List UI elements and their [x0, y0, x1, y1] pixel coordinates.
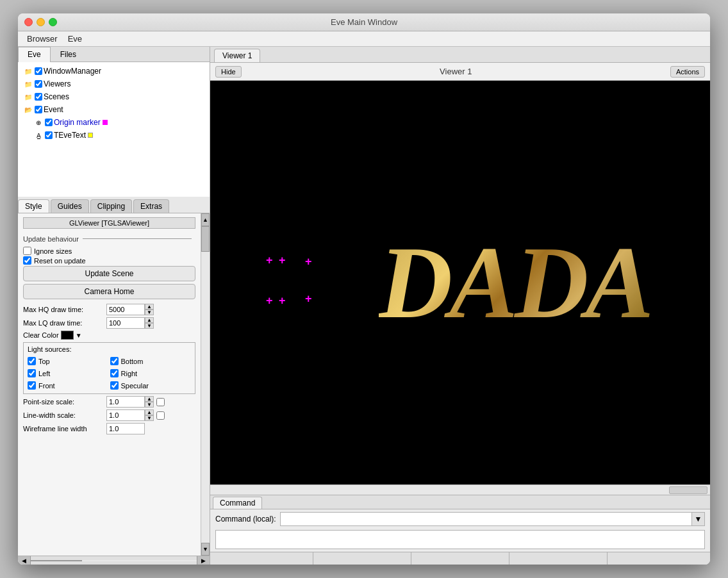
max-hq-down[interactable]: ▼ — [145, 310, 154, 315]
specular-light-label: Specular — [121, 382, 149, 390]
teve-checkbox[interactable] — [45, 131, 53, 139]
tab-files[interactable]: Files — [51, 47, 86, 62]
command-area: Command Command (local): ▼ — [210, 495, 710, 552]
left-hscroll[interactable]: ◀ ▶ — [18, 556, 210, 565]
ignore-sizes-checkbox[interactable] — [23, 247, 31, 255]
viewer-tabs: Viewer 1 — [210, 47, 710, 63]
max-hq-label: Max HQ draw time: — [23, 306, 106, 313]
update-behaviour-label: Update behaviour — [23, 235, 79, 243]
ignore-sizes-row: Ignore sizes — [23, 247, 195, 255]
viewer-tab-1[interactable]: Viewer 1 — [214, 49, 260, 62]
viewer-title: Viewer 1 — [242, 67, 670, 76]
max-hq-up[interactable]: ▲ — [145, 304, 154, 310]
right-light-row: Right — [110, 369, 192, 377]
tree-item-windowmanager[interactable]: 📁 WindowManager — [18, 65, 210, 78]
scroll-up-btn[interactable]: ▲ — [201, 213, 210, 226]
max-lq-up[interactable]: ▲ — [145, 317, 154, 323]
origin-label: Origin marker — [54, 118, 101, 127]
event-checkbox[interactable] — [35, 106, 42, 113]
clear-color-dropdown[interactable]: ▼ — [76, 332, 82, 339]
command-local-label: Command (local): — [215, 515, 276, 524]
line-width-spinner: ▲ ▼ — [145, 409, 154, 421]
left-light-checkbox[interactable] — [28, 369, 36, 377]
bottom-light-row: Bottom — [110, 357, 192, 365]
command-tab[interactable]: Command — [213, 497, 262, 509]
update-scene-button[interactable]: Update Scene — [23, 266, 195, 281]
hscroll-right[interactable]: ▶ — [197, 556, 210, 565]
tab-eve[interactable]: Eve — [18, 47, 51, 62]
menu-browser[interactable]: Browser — [22, 33, 63, 45]
hscroll-left[interactable]: ◀ — [18, 556, 31, 565]
close-button[interactable] — [24, 18, 33, 26]
statusbar — [210, 552, 710, 565]
line-width-row: Line-width scale: ▲ ▼ — [23, 409, 195, 421]
reset-on-update-checkbox[interactable] — [23, 256, 31, 265]
scroll-down-btn[interactable]: ▼ — [201, 543, 210, 556]
menu-eve[interactable]: Eve — [63, 33, 87, 45]
tree-item-teve-text[interactable]: A̲ TEveText — [18, 129, 210, 142]
style-tab-extras[interactable]: Extras — [133, 199, 169, 213]
teve-color-dot — [88, 133, 93, 138]
max-hq-input[interactable] — [106, 304, 145, 315]
clear-color-swatch[interactable] — [61, 331, 74, 340]
max-hq-spinner: ▲ ▼ — [145, 304, 154, 315]
style-content: GLViewer [TGLSAViewer] Update behaviour … — [18, 213, 201, 556]
max-lq-down[interactable]: ▼ — [145, 323, 154, 329]
wm-label: WindowManager — [44, 67, 101, 76]
style-scrollbar[interactable]: ▲ ▼ — [201, 213, 210, 556]
viewer-header: Hide Viewer 1 Actions — [210, 63, 710, 81]
ps-down[interactable]: ▼ — [145, 402, 154, 408]
actions-button[interactable]: Actions — [670, 66, 705, 78]
front-light-checkbox[interactable] — [28, 381, 36, 390]
wireframe-input[interactable] — [106, 423, 145, 434]
line-width-check[interactable] — [156, 411, 165, 420]
crosshair-3: + — [305, 255, 312, 268]
hscroll-thumb[interactable] — [31, 560, 82, 561]
style-tab-style[interactable]: Style — [18, 199, 49, 213]
top-light-checkbox[interactable] — [28, 357, 36, 365]
command-dropdown-btn[interactable]: ▼ — [692, 512, 705, 526]
camera-home-button[interactable]: Camera Home — [23, 284, 195, 299]
right-light-label: Right — [121, 370, 138, 377]
max-lq-row: Max LQ draw time: ▲ ▼ — [23, 317, 195, 329]
viewers-checkbox[interactable] — [35, 80, 42, 88]
clear-color-label: Clear Color — [23, 331, 59, 339]
window-title: Eve Main Window — [331, 17, 397, 27]
gl-viewport[interactable]: DADA + + + + + + — [210, 81, 710, 484]
crosshair-1: + — [266, 254, 273, 267]
ps-up[interactable]: ▲ — [145, 396, 154, 402]
right-light-checkbox[interactable] — [110, 369, 119, 377]
status-seg-5 — [608, 552, 705, 565]
scroll-thumb[interactable] — [201, 226, 210, 252]
command-input[interactable] — [280, 512, 692, 526]
viewer-hscroll-thumb[interactable] — [669, 486, 707, 494]
minimize-button[interactable] — [37, 18, 45, 26]
scenes-checkbox[interactable] — [35, 93, 42, 101]
origin-checkbox[interactable] — [45, 119, 53, 126]
line-width-input[interactable] — [106, 409, 145, 421]
wm-checkbox[interactable] — [35, 67, 42, 75]
point-size-check[interactable] — [156, 398, 165, 406]
tree-item-origin-marker[interactable]: ⊕ Origin marker — [18, 116, 210, 129]
tree-item-scenes[interactable]: 📁 Scenes — [18, 90, 210, 103]
max-hq-row: Max HQ draw time: ▲ ▼ — [23, 304, 195, 315]
maximize-button[interactable] — [49, 18, 57, 26]
max-lq-label: Max LQ draw time: — [23, 319, 106, 327]
style-tab-guides[interactable]: Guides — [51, 199, 89, 213]
max-lq-input[interactable] — [106, 317, 145, 329]
point-size-input[interactable] — [106, 396, 145, 408]
lw-up[interactable]: ▲ — [145, 409, 154, 415]
viewers-label: Viewers — [44, 79, 70, 88]
max-lq-spinner: ▲ ▼ — [145, 317, 154, 329]
left-light-row: Left — [28, 369, 109, 377]
bottom-light-checkbox[interactable] — [110, 357, 119, 365]
tree-item-viewers[interactable]: 📁 Viewers — [18, 78, 210, 90]
specular-light-checkbox[interactable] — [110, 381, 119, 390]
tree-area: 📁 WindowManager 📁 Viewers 📁 Scen — [18, 62, 210, 197]
style-tab-clipping[interactable]: Clipping — [90, 199, 132, 213]
tree-item-event[interactable]: 📂 Event — [18, 103, 210, 116]
wireframe-row: Wireframe line width — [23, 423, 195, 434]
lw-down[interactable]: ▼ — [145, 415, 154, 421]
hide-button[interactable]: Hide — [215, 66, 242, 78]
hscroll-track — [31, 560, 197, 561]
